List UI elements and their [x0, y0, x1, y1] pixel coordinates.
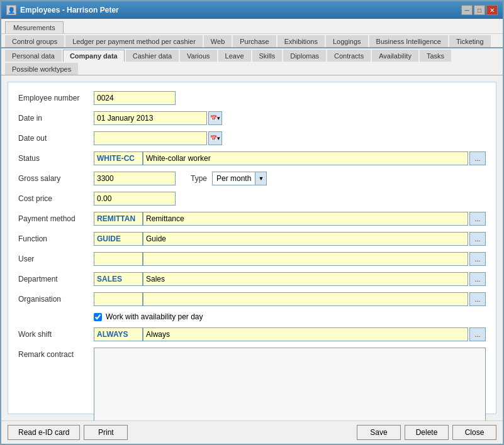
organisation-field-group: ... [94, 292, 486, 306]
maximize-button[interactable]: □ [474, 5, 485, 15]
employee-number-label: Employee number [18, 94, 94, 102]
main-window: 👤 Employees - Harrison Peter ─ □ ✕ Mesur… [0, 0, 504, 445]
delete-button[interactable]: Delete [405, 425, 449, 440]
close-button[interactable]: Close [452, 425, 496, 440]
organisation-row: Organisation ... [18, 292, 486, 306]
type-select-arrow[interactable]: ▼ [255, 172, 266, 185]
work-availability-checkbox[interactable] [94, 313, 102, 321]
tab-company-data[interactable]: Company data [63, 50, 125, 62]
date-out-picker-button[interactable]: 📅▾ [208, 131, 222, 145]
employee-number-input[interactable] [94, 91, 176, 105]
tab-exhibitions[interactable]: Exhibitions [277, 35, 325, 47]
user-code-input[interactable] [94, 252, 143, 266]
minimize-button[interactable]: ─ [461, 5, 473, 15]
date-out-label: Date out [18, 134, 94, 143]
tab-leave[interactable]: Leave [218, 50, 251, 62]
function-row: Function ... [18, 232, 486, 246]
status-code-input[interactable] [94, 151, 143, 165]
organisation-code-input[interactable] [94, 292, 143, 306]
tab-control-groups[interactable]: Control groups [5, 35, 64, 47]
payment-method-label: Payment method [18, 214, 94, 223]
status-label: Status [18, 154, 94, 163]
footer: Read e-ID card Print Save Delete Close [1, 420, 503, 444]
date-out-input[interactable] [94, 131, 207, 145]
work-availability-label: Work with availability per day [106, 312, 203, 321]
date-out-row: Date out 📅▾ [18, 131, 486, 145]
form-panel: Employee number Date in 📅▾ Date out 📅▾ [8, 82, 496, 414]
payment-method-row: Payment method ... [18, 212, 486, 226]
tab-possible-worktypes[interactable]: Possible worktypes [5, 63, 78, 75]
tab-purchase[interactable]: Purchase [233, 35, 276, 47]
payment-field-group: ... [94, 212, 486, 226]
payment-browse-button[interactable]: ... [469, 212, 486, 226]
tab-cashier-data[interactable]: Cashier data [126, 50, 179, 62]
date-in-input[interactable] [94, 111, 207, 125]
read-card-button[interactable]: Read e-ID card [8, 425, 80, 440]
work-shift-field-group: ... [94, 327, 486, 341]
status-row: Status ... [18, 151, 486, 165]
tab-business-intelligence[interactable]: Business Intelligence [369, 35, 448, 47]
work-shift-browse-button[interactable]: ... [469, 327, 486, 341]
cost-price-row: Cost price [18, 192, 486, 206]
organisation-value-input[interactable] [143, 292, 468, 306]
organisation-browse-button[interactable]: ... [469, 292, 486, 306]
date-in-picker-button[interactable]: 📅▾ [208, 111, 222, 125]
footer-right-buttons: Save Delete Close [357, 425, 496, 440]
measurements-tab-row: Mesurements [1, 19, 503, 34]
tab-diplomas[interactable]: Diplomas [283, 50, 326, 62]
tab-availability[interactable]: Availability [372, 50, 418, 62]
work-shift-label: Work shift [18, 330, 94, 339]
tab-ticketing[interactable]: Ticketing [449, 35, 491, 47]
tab-contracts[interactable]: Contracts [327, 50, 371, 62]
salary-field-group: Type Per month ▼ [94, 172, 267, 185]
date-in-row: Date in 📅▾ [18, 111, 486, 125]
work-shift-code-input[interactable] [94, 327, 143, 341]
user-value-input[interactable] [143, 252, 468, 266]
tab-tasks[interactable]: Tasks [420, 50, 451, 62]
department-browse-button[interactable]: ... [469, 272, 486, 286]
function-code-input[interactable] [94, 232, 143, 246]
window-title: Employees - Harrison Peter [20, 6, 119, 14]
date-out-wrap: 📅▾ [94, 131, 222, 145]
function-value-input[interactable] [143, 232, 468, 246]
user-label: User [18, 255, 94, 263]
type-select-value[interactable]: Per month [213, 173, 255, 184]
tab-personal-data[interactable]: Personal data [5, 50, 62, 62]
type-select-wrap: Per month ▼ [212, 172, 267, 185]
close-window-button[interactable]: ✕ [486, 5, 498, 15]
work-shift-row: Work shift ... [18, 327, 486, 341]
footer-left-buttons: Read e-ID card Print [8, 425, 128, 440]
tab-skills[interactable]: Skills [252, 50, 283, 62]
function-browse-button[interactable]: ... [469, 232, 486, 246]
date-in-label: Date in [18, 114, 94, 123]
print-button[interactable]: Print [84, 425, 128, 440]
save-button[interactable]: Save [357, 425, 401, 440]
department-value-input[interactable] [143, 272, 468, 286]
app-icon: 👤 [6, 5, 16, 15]
user-browse-button[interactable]: ... [469, 252, 486, 266]
cost-price-input[interactable] [94, 192, 176, 206]
status-value-input[interactable] [143, 151, 468, 165]
tab-loggings[interactable]: Loggings [326, 35, 368, 47]
employee-number-row: Employee number [18, 91, 486, 105]
department-code-input[interactable] [94, 272, 143, 286]
work-availability-row: Work with availability per day [94, 312, 486, 321]
user-row: User ... [18, 252, 486, 266]
gross-salary-input[interactable] [94, 172, 176, 185]
payment-value-input[interactable] [143, 212, 468, 226]
content-area: Employee number Date in 📅▾ Date out 📅▾ [1, 75, 503, 420]
department-row: Department ... [18, 272, 486, 286]
tab-measurements[interactable]: Mesurements [5, 21, 64, 33]
tab-row-1: Control groups Ledger per payment method… [1, 34, 503, 48]
user-field-group: ... [94, 252, 486, 266]
status-browse-button[interactable]: ... [469, 151, 486, 165]
organisation-label: Organisation [18, 295, 94, 304]
work-shift-value-input[interactable] [143, 327, 468, 341]
date-in-wrap: 📅▾ [94, 111, 222, 125]
remark-textarea[interactable] [94, 348, 486, 420]
payment-code-input[interactable] [94, 212, 143, 226]
tab-web[interactable]: Web [204, 35, 232, 47]
tab-ledger[interactable]: Ledger per payment method per cashier [65, 35, 203, 47]
tab-various[interactable]: Various [180, 50, 216, 62]
cost-price-label: Cost price [18, 194, 94, 203]
